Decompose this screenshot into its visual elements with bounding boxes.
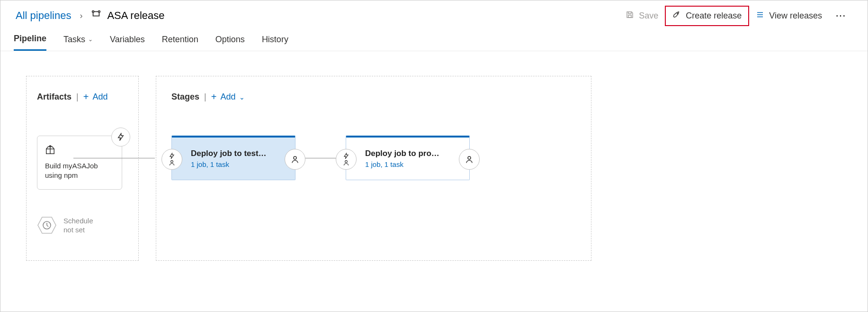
chevron-down-icon: ⌄ — [88, 36, 93, 43]
view-releases-button[interactable]: View releases — [749, 7, 829, 25]
header-actions: Save Create release View releases ⋯ — [619, 6, 852, 26]
clock-hexagon-icon — [37, 215, 57, 235]
tab-history[interactable]: History — [262, 35, 288, 50]
stages-header: Stages | + Add ⌄ — [171, 92, 576, 102]
plus-icon: + — [211, 92, 217, 102]
chevron-down-icon: ⌄ — [239, 93, 245, 101]
stage-postdeploy-button[interactable] — [459, 149, 480, 170]
person-icon — [465, 155, 474, 164]
svg-point-13 — [468, 156, 471, 159]
header: All pipelines › ASA release — [0, 0, 868, 27]
stage-postdeploy-button[interactable] — [285, 149, 305, 170]
artifacts-title: Artifacts — [37, 92, 72, 102]
divider-icon: | — [204, 92, 206, 102]
page-title: ASA release — [107, 9, 164, 22]
add-stage-button[interactable]: + Add ⌄ — [211, 92, 245, 102]
save-icon — [626, 10, 634, 21]
stage-card[interactable]: Deploy job to pro… 1 job, 1 task — [346, 136, 470, 180]
create-release-button[interactable]: Create release — [665, 6, 749, 26]
stages-panel: Stages | + Add ⌄ Deploy job to test… — [156, 76, 591, 261]
breadcrumb: All pipelines › ASA release — [16, 9, 619, 22]
tab-tasks-label: Tasks — [63, 35, 85, 45]
stage-meta-link[interactable]: 1 job, 1 task — [191, 160, 275, 168]
svg-point-3 — [677, 13, 678, 14]
schedule-line1: Schedule — [63, 216, 93, 226]
stage-title: Deploy job to test… — [191, 149, 275, 158]
schedule-line2: not set — [63, 225, 93, 235]
breadcrumb-root-link[interactable]: All pipelines — [16, 9, 71, 22]
tab-tasks[interactable]: Tasks ⌄ — [63, 35, 93, 50]
artifact-card-label: Build myASAJob using npm — [45, 161, 114, 181]
person-icon — [343, 159, 349, 166]
chevron-right-icon: › — [80, 11, 82, 21]
artifact-trigger-button[interactable] — [111, 128, 130, 147]
connector-line — [73, 158, 155, 158]
stage-predeploy-button[interactable] — [336, 149, 357, 170]
tabs-row: Pipeline Tasks ⌄ Variables Retention Opt… — [0, 27, 868, 51]
stage-meta-link[interactable]: 1 job, 1 task — [365, 160, 449, 168]
pipeline-icon — [91, 9, 101, 22]
artifacts-panel: Artifacts | + Add — [26, 76, 139, 261]
svg-point-11 — [294, 156, 296, 159]
person-icon — [169, 159, 175, 166]
rocket-icon — [672, 10, 681, 21]
artifacts-header: Artifacts | + Add — [37, 92, 128, 102]
save-label: Save — [639, 11, 658, 21]
schedule-button[interactable]: Schedule not set — [37, 215, 128, 235]
package-icon — [45, 145, 114, 156]
plus-icon: + — [83, 92, 89, 102]
stages-title: Stages — [171, 92, 199, 102]
tab-pipeline[interactable]: Pipeline — [14, 34, 46, 51]
tab-retention[interactable]: Retention — [162, 35, 198, 50]
add-artifact-label: Add — [92, 92, 107, 102]
add-artifact-button[interactable]: + Add — [83, 92, 108, 102]
pipeline-canvas: Artifacts | + Add — [0, 51, 868, 312]
stage-card[interactable]: Deploy job to test… 1 job, 1 task — [171, 136, 295, 180]
tab-variables[interactable]: Variables — [110, 35, 145, 50]
person-icon — [291, 155, 299, 164]
breadcrumb-title: ASA release — [91, 9, 164, 22]
lightning-icon — [343, 153, 349, 159]
stages-row: Deploy job to test… 1 job, 1 task Deploy… — [171, 136, 576, 180]
view-releases-label: View releases — [769, 11, 822, 21]
divider-icon: | — [76, 92, 79, 102]
lightning-icon — [169, 153, 175, 159]
save-button: Save — [619, 7, 665, 25]
create-release-label: Create release — [686, 11, 742, 21]
schedule-text: Schedule not set — [63, 216, 93, 235]
more-options-button[interactable]: ⋯ — [829, 6, 852, 26]
svg-point-0 — [92, 11, 94, 13]
artifact-card[interactable]: Build myASAJob using npm — [37, 136, 122, 190]
stage-predeploy-button[interactable] — [161, 149, 182, 170]
tab-options[interactable]: Options — [215, 35, 245, 50]
lightning-icon — [116, 133, 125, 141]
list-icon — [756, 10, 764, 21]
svg-rect-2 — [628, 15, 631, 17]
svg-point-1 — [98, 11, 100, 13]
svg-point-10 — [171, 160, 173, 163]
add-stage-label: Add — [220, 92, 235, 102]
svg-point-12 — [345, 160, 348, 163]
stage-title: Deploy job to pro… — [365, 149, 449, 158]
